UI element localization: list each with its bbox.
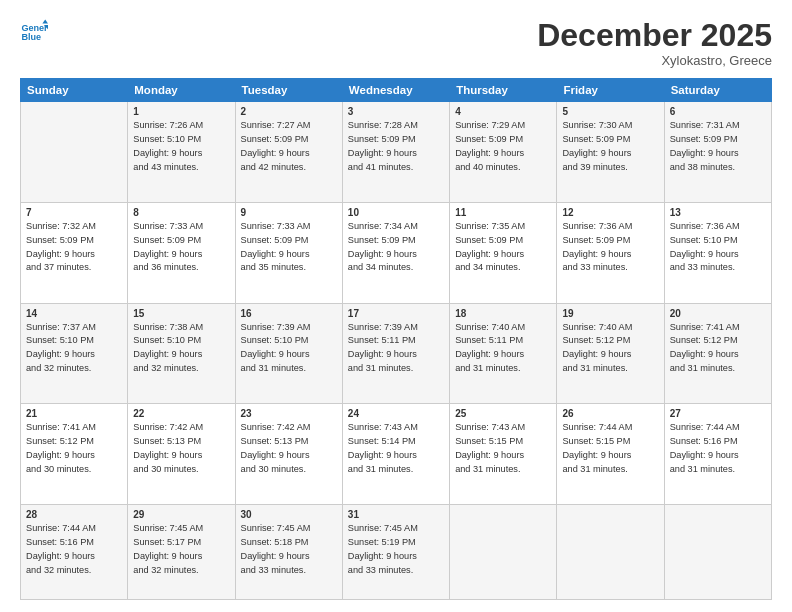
daylight-text-2: and 33 minutes. <box>562 261 658 275</box>
daylight-text: Daylight: 9 hours <box>670 147 766 161</box>
day-info: Sunrise: 7:36 AMSunset: 5:10 PMDaylight:… <box>670 220 766 275</box>
sunrise-text: Sunrise: 7:42 AM <box>133 421 229 435</box>
title-block: December 2025 Xylokastro, Greece <box>537 18 772 68</box>
sunset-text: Sunset: 5:10 PM <box>133 334 229 348</box>
sunset-text: Sunset: 5:12 PM <box>562 334 658 348</box>
sunset-text: Sunset: 5:09 PM <box>241 133 337 147</box>
sunset-text: Sunset: 5:09 PM <box>26 234 122 248</box>
sunrise-text: Sunrise: 7:39 AM <box>348 321 444 335</box>
day-cell: 25Sunrise: 7:43 AMSunset: 5:15 PMDayligh… <box>450 404 557 505</box>
daylight-text-2: and 34 minutes. <box>455 261 551 275</box>
daylight-text: Daylight: 9 hours <box>562 449 658 463</box>
sunrise-text: Sunrise: 7:40 AM <box>455 321 551 335</box>
day-cell: 26Sunrise: 7:44 AMSunset: 5:15 PMDayligh… <box>557 404 664 505</box>
daylight-text: Daylight: 9 hours <box>348 248 444 262</box>
day-cell <box>21 102 128 203</box>
day-number: 9 <box>241 207 337 218</box>
week-row-3: 14Sunrise: 7:37 AMSunset: 5:10 PMDayligh… <box>21 303 772 404</box>
svg-marker-2 <box>42 19 48 23</box>
day-number: 28 <box>26 509 122 520</box>
daylight-text: Daylight: 9 hours <box>133 248 229 262</box>
daylight-text: Daylight: 9 hours <box>26 248 122 262</box>
calendar-table: SundayMondayTuesdayWednesdayThursdayFrid… <box>20 78 772 600</box>
day-cell: 19Sunrise: 7:40 AMSunset: 5:12 PMDayligh… <box>557 303 664 404</box>
daylight-text-2: and 36 minutes. <box>133 261 229 275</box>
day-cell: 17Sunrise: 7:39 AMSunset: 5:11 PMDayligh… <box>342 303 449 404</box>
day-number: 23 <box>241 408 337 419</box>
sunset-text: Sunset: 5:09 PM <box>670 133 766 147</box>
day-number: 24 <box>348 408 444 419</box>
day-number: 17 <box>348 308 444 319</box>
day-number: 31 <box>348 509 444 520</box>
day-info: Sunrise: 7:36 AMSunset: 5:09 PMDaylight:… <box>562 220 658 275</box>
sunset-text: Sunset: 5:09 PM <box>348 234 444 248</box>
sunset-text: Sunset: 5:09 PM <box>562 133 658 147</box>
day-number: 5 <box>562 106 658 117</box>
daylight-text: Daylight: 9 hours <box>26 550 122 564</box>
daylight-text-2: and 32 minutes. <box>133 362 229 376</box>
daylight-text: Daylight: 9 hours <box>670 348 766 362</box>
sunset-text: Sunset: 5:12 PM <box>26 435 122 449</box>
daylight-text-2: and 31 minutes. <box>562 463 658 477</box>
daylight-text-2: and 34 minutes. <box>348 261 444 275</box>
sunset-text: Sunset: 5:09 PM <box>348 133 444 147</box>
daylight-text-2: and 42 minutes. <box>241 161 337 175</box>
sunrise-text: Sunrise: 7:45 AM <box>133 522 229 536</box>
week-row-2: 7Sunrise: 7:32 AMSunset: 5:09 PMDaylight… <box>21 202 772 303</box>
day-info: Sunrise: 7:32 AMSunset: 5:09 PMDaylight:… <box>26 220 122 275</box>
week-row-5: 28Sunrise: 7:44 AMSunset: 5:16 PMDayligh… <box>21 505 772 600</box>
day-number: 18 <box>455 308 551 319</box>
day-number: 19 <box>562 308 658 319</box>
sunrise-text: Sunrise: 7:27 AM <box>241 119 337 133</box>
col-header-friday: Friday <box>557 79 664 102</box>
sunrise-text: Sunrise: 7:33 AM <box>241 220 337 234</box>
daylight-text: Daylight: 9 hours <box>348 449 444 463</box>
day-number: 13 <box>670 207 766 218</box>
daylight-text: Daylight: 9 hours <box>133 449 229 463</box>
day-cell <box>557 505 664 600</box>
day-number: 22 <box>133 408 229 419</box>
sunset-text: Sunset: 5:10 PM <box>670 234 766 248</box>
day-cell <box>450 505 557 600</box>
day-cell: 4Sunrise: 7:29 AMSunset: 5:09 PMDaylight… <box>450 102 557 203</box>
day-info: Sunrise: 7:41 AMSunset: 5:12 PMDaylight:… <box>670 321 766 376</box>
daylight-text: Daylight: 9 hours <box>133 348 229 362</box>
day-info: Sunrise: 7:44 AMSunset: 5:16 PMDaylight:… <box>26 522 122 577</box>
sunrise-text: Sunrise: 7:42 AM <box>241 421 337 435</box>
sunset-text: Sunset: 5:16 PM <box>670 435 766 449</box>
daylight-text-2: and 32 minutes. <box>133 564 229 578</box>
day-info: Sunrise: 7:43 AMSunset: 5:15 PMDaylight:… <box>455 421 551 476</box>
sunrise-text: Sunrise: 7:28 AM <box>348 119 444 133</box>
day-info: Sunrise: 7:43 AMSunset: 5:14 PMDaylight:… <box>348 421 444 476</box>
daylight-text: Daylight: 9 hours <box>670 449 766 463</box>
day-info: Sunrise: 7:45 AMSunset: 5:17 PMDaylight:… <box>133 522 229 577</box>
day-cell: 8Sunrise: 7:33 AMSunset: 5:09 PMDaylight… <box>128 202 235 303</box>
daylight-text-2: and 31 minutes. <box>455 463 551 477</box>
day-info: Sunrise: 7:27 AMSunset: 5:09 PMDaylight:… <box>241 119 337 174</box>
daylight-text: Daylight: 9 hours <box>133 147 229 161</box>
sunrise-text: Sunrise: 7:44 AM <box>26 522 122 536</box>
day-cell: 28Sunrise: 7:44 AMSunset: 5:16 PMDayligh… <box>21 505 128 600</box>
daylight-text-2: and 31 minutes. <box>670 362 766 376</box>
day-info: Sunrise: 7:44 AMSunset: 5:15 PMDaylight:… <box>562 421 658 476</box>
sunset-text: Sunset: 5:17 PM <box>133 536 229 550</box>
sunrise-text: Sunrise: 7:43 AM <box>348 421 444 435</box>
sunrise-text: Sunrise: 7:45 AM <box>348 522 444 536</box>
day-number: 2 <box>241 106 337 117</box>
day-info: Sunrise: 7:40 AMSunset: 5:11 PMDaylight:… <box>455 321 551 376</box>
daylight-text: Daylight: 9 hours <box>241 348 337 362</box>
day-info: Sunrise: 7:31 AMSunset: 5:09 PMDaylight:… <box>670 119 766 174</box>
day-cell: 22Sunrise: 7:42 AMSunset: 5:13 PMDayligh… <box>128 404 235 505</box>
sunrise-text: Sunrise: 7:35 AM <box>455 220 551 234</box>
day-number: 6 <box>670 106 766 117</box>
day-number: 1 <box>133 106 229 117</box>
sunrise-text: Sunrise: 7:26 AM <box>133 119 229 133</box>
day-cell: 10Sunrise: 7:34 AMSunset: 5:09 PMDayligh… <box>342 202 449 303</box>
daylight-text: Daylight: 9 hours <box>455 248 551 262</box>
day-info: Sunrise: 7:35 AMSunset: 5:09 PMDaylight:… <box>455 220 551 275</box>
sunrise-text: Sunrise: 7:41 AM <box>670 321 766 335</box>
day-cell: 6Sunrise: 7:31 AMSunset: 5:09 PMDaylight… <box>664 102 771 203</box>
daylight-text-2: and 40 minutes. <box>455 161 551 175</box>
day-info: Sunrise: 7:28 AMSunset: 5:09 PMDaylight:… <box>348 119 444 174</box>
daylight-text-2: and 35 minutes. <box>241 261 337 275</box>
